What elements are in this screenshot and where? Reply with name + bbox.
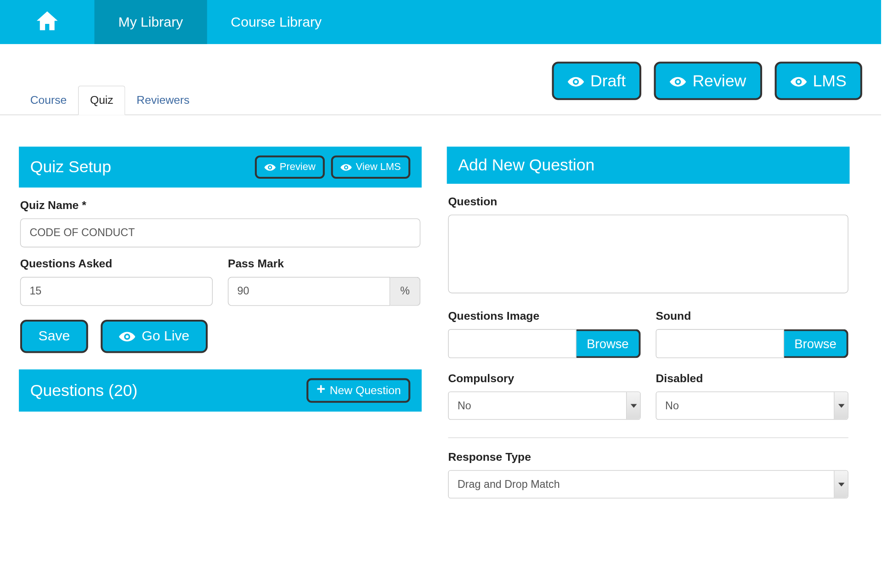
save-button[interactable]: Save	[20, 320, 88, 353]
review-button[interactable]: Review	[654, 62, 762, 100]
save-button-label: Save	[39, 328, 70, 345]
questions-header: Questions (20) New Question	[19, 369, 422, 412]
plus-icon	[316, 384, 326, 397]
draft-button-label: Draft	[590, 71, 626, 90]
top-nav: My Library Course Library	[0, 0, 881, 44]
nav-my-library[interactable]: My Library	[95, 0, 207, 44]
divider	[448, 437, 848, 438]
eye-icon	[341, 161, 352, 173]
sound-input[interactable]	[656, 329, 785, 358]
eye-icon	[670, 71, 686, 90]
pass-mark-input[interactable]	[228, 277, 390, 305]
preview-quiz-button[interactable]: Preview	[255, 155, 325, 178]
quiz-setup-title: Quiz Setup	[30, 157, 111, 176]
view-lms-label: View LMS	[356, 161, 401, 173]
question-image-label: Questions Image	[448, 310, 640, 323]
question-image-input[interactable]	[448, 329, 577, 358]
svg-point-4	[345, 166, 348, 169]
lms-button-label: LMS	[813, 71, 846, 90]
response-type-select[interactable]: Drag and Drop Match	[448, 470, 848, 498]
question-label: Question	[448, 195, 848, 209]
compulsory-select[interactable]: No	[448, 391, 640, 420]
lms-button[interactable]: LMS	[775, 62, 862, 100]
question-textarea[interactable]	[448, 215, 848, 293]
tab-quiz[interactable]: Quiz	[78, 85, 125, 115]
new-question-button[interactable]: New Question	[306, 378, 410, 402]
eye-icon	[265, 161, 276, 173]
browse-image-button[interactable]: Browse	[577, 329, 640, 358]
browse-sound-button[interactable]: Browse	[784, 329, 848, 358]
sound-label: Sound	[656, 310, 848, 323]
pass-mark-unit: %	[390, 277, 420, 305]
nav-course-library[interactable]: Course Library	[207, 0, 345, 44]
questions-asked-input[interactable]	[20, 277, 213, 305]
quiz-name-input[interactable]	[20, 218, 420, 247]
quiz-setup-header: Quiz Setup Preview View LMS	[19, 147, 422, 187]
draft-button[interactable]: Draft	[552, 62, 641, 100]
home-button[interactable]	[0, 0, 95, 44]
svg-point-5	[126, 335, 129, 339]
tab-course[interactable]: Course	[19, 86, 78, 115]
eye-icon	[568, 71, 584, 90]
go-live-button-label: Go Live	[141, 328, 189, 345]
home-icon	[34, 8, 60, 36]
preview-quiz-label: Preview	[280, 161, 316, 173]
questions-title: Questions (20)	[30, 381, 138, 400]
tab-reviewers[interactable]: Reviewers	[125, 86, 201, 115]
svg-point-0	[574, 80, 577, 84]
compulsory-label: Compulsory	[448, 372, 640, 385]
review-button-label: Review	[692, 71, 746, 90]
eye-icon	[119, 328, 136, 345]
svg-point-2	[797, 80, 800, 84]
view-lms-button[interactable]: View LMS	[331, 155, 410, 178]
svg-point-1	[677, 80, 680, 84]
disabled-label: Disabled	[656, 372, 848, 385]
questions-asked-label: Questions Asked	[20, 257, 213, 271]
new-question-label: New Question	[330, 384, 401, 397]
response-type-label: Response Type	[448, 451, 848, 464]
quiz-name-label: Quiz Name *	[20, 199, 420, 212]
eye-icon	[790, 71, 807, 90]
svg-point-3	[269, 166, 271, 169]
add-question-title: Add New Question	[458, 155, 594, 175]
pass-mark-label: Pass Mark	[228, 257, 420, 271]
go-live-button[interactable]: Go Live	[101, 320, 208, 353]
disabled-select[interactable]: No	[656, 391, 848, 420]
add-question-header: Add New Question	[447, 147, 850, 184]
